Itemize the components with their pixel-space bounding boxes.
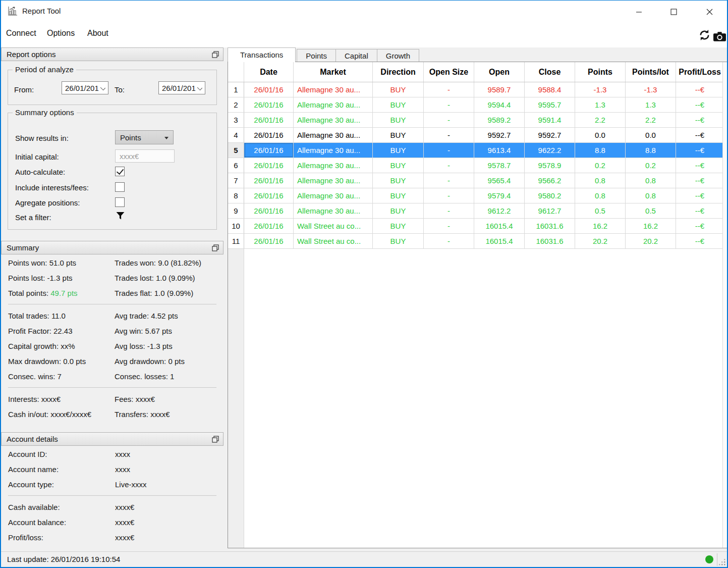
table-row[interactable]: 326/01/16Allemagne 30 au...BUY-9589.2959… bbox=[228, 113, 723, 128]
show-results-label: Show results in: bbox=[15, 134, 69, 142]
account-body: Account ID:xxxxAccount name:xxxxAccount … bbox=[1, 446, 223, 545]
cell-points: 20.2 bbox=[575, 234, 626, 248]
float-panel-icon[interactable] bbox=[211, 244, 219, 252]
summary-stat-left: Total points: 49.7 pts bbox=[8, 289, 115, 297]
float-panel-icon[interactable] bbox=[211, 435, 219, 443]
cell-open_size: - bbox=[424, 188, 474, 203]
cell-market: Allemagne 30 au... bbox=[294, 143, 373, 158]
include-interests-checkbox[interactable] bbox=[115, 182, 125, 192]
cell-open_size: - bbox=[424, 203, 474, 218]
summary-options-group: Summary options Show results in: Points … bbox=[8, 113, 217, 230]
tab-bar: TransactionsPointsCapitalGrowth bbox=[228, 47, 419, 62]
row-number[interactable]: 7 bbox=[228, 173, 244, 188]
cell-profit_loss: --€ bbox=[676, 97, 723, 112]
row-number[interactable]: 1 bbox=[228, 82, 244, 97]
summary-stat-left: Points won: 51.0 pts bbox=[8, 259, 115, 267]
account-row: Account name:xxxx bbox=[1, 461, 223, 477]
cell-open: 16015.4 bbox=[474, 219, 525, 233]
minimize-button[interactable] bbox=[631, 5, 647, 19]
table-row[interactable]: 826/01/16Allemagne 30 au...BUY-9579.4958… bbox=[228, 188, 723, 203]
cell-close: 9592.7 bbox=[525, 128, 575, 142]
section-header-summary: Summary bbox=[1, 241, 223, 254]
row-number[interactable]: 9 bbox=[228, 203, 244, 218]
table-row[interactable]: 126/01/16Allemagne 30 au...BUY-9589.7958… bbox=[228, 82, 723, 97]
auto-calculate-checkbox[interactable] bbox=[115, 167, 125, 176]
cell-open_size: - bbox=[424, 158, 474, 173]
summary-stat-left: Max drawdown: 0.0 pts bbox=[8, 357, 115, 366]
cell-close: 9595.7 bbox=[525, 97, 575, 112]
to-date-value: 26/01/201 bbox=[162, 84, 196, 92]
column-header-date: Date bbox=[244, 62, 294, 82]
close-button[interactable] bbox=[701, 5, 717, 19]
cell-open: 9612.2 bbox=[474, 203, 525, 218]
row-number[interactable]: 3 bbox=[228, 113, 244, 127]
tab-growth[interactable]: Growth bbox=[377, 49, 419, 62]
transactions-table: DateMarketDirectionOpen SizeOpenClosePoi… bbox=[228, 62, 728, 548]
group-legend: Summary options bbox=[13, 108, 77, 117]
cell-close: 9588.4 bbox=[525, 82, 575, 97]
to-date-combo[interactable]: 26/01/201 bbox=[158, 81, 205, 94]
row-number[interactable]: 2 bbox=[228, 97, 244, 112]
cell-open_size: - bbox=[424, 143, 474, 158]
to-label: To: bbox=[115, 85, 125, 94]
cell-close: 9622.2 bbox=[525, 143, 575, 158]
cell-direction: BUY bbox=[373, 143, 424, 158]
refresh-icon[interactable] bbox=[698, 28, 711, 42]
cell-points: -1.3 bbox=[575, 82, 626, 97]
filter-funnel-icon[interactable] bbox=[116, 211, 125, 221]
summary-row: Capital growth: xx%Avg loss: -1.3 pts bbox=[1, 338, 223, 353]
show-results-value: Points bbox=[120, 133, 141, 142]
float-panel-icon[interactable] bbox=[211, 50, 219, 59]
resize-grip-icon[interactable] bbox=[719, 559, 726, 566]
initial-capital-input[interactable] bbox=[115, 149, 175, 163]
cell-open_size: - bbox=[424, 113, 474, 127]
cell-points: 0.5 bbox=[575, 203, 626, 218]
cell-profit_loss: --€ bbox=[676, 203, 723, 218]
table-row[interactable]: 1126/01/16Wall Street au co...BUY-16015.… bbox=[228, 234, 723, 249]
status-divider bbox=[717, 553, 717, 566]
cell-open_size: - bbox=[424, 173, 474, 188]
summary-stat-left: Interests: xxxx€ bbox=[8, 395, 115, 403]
maximize-button[interactable] bbox=[665, 5, 682, 19]
table-row[interactable]: 526/01/16Allemagne 30 au...BUY-9613.4962… bbox=[228, 143, 723, 158]
row-number[interactable]: 11 bbox=[228, 234, 244, 248]
cell-points_lot: 0.2 bbox=[626, 158, 676, 173]
table-row[interactable]: 626/01/16Allemagne 30 au...BUY-9578.7957… bbox=[228, 158, 723, 173]
table-row[interactable]: 926/01/16Allemagne 30 au...BUY-9612.2961… bbox=[228, 203, 723, 219]
summary-stat-right: Avg win: 5.67 pts bbox=[115, 327, 216, 335]
row-number[interactable]: 10 bbox=[228, 219, 244, 233]
table-row[interactable]: 426/01/16Allemagne 30 au...BUY-9592.7959… bbox=[228, 128, 723, 143]
row-number[interactable]: 6 bbox=[228, 158, 244, 173]
cell-direction: BUY bbox=[373, 219, 424, 233]
column-header-close: Close bbox=[525, 62, 575, 82]
column-header-points: Points bbox=[575, 62, 626, 82]
row-number[interactable]: 4 bbox=[228, 128, 244, 142]
menu-options[interactable]: Options bbox=[47, 29, 75, 38]
cell-date: 26/01/16 bbox=[244, 234, 294, 248]
agregate-positions-checkbox[interactable] bbox=[115, 197, 125, 207]
account-value: Live-xxxx bbox=[115, 480, 216, 489]
menu-connect[interactable]: Connect bbox=[6, 29, 36, 38]
menu-about[interactable]: About bbox=[87, 29, 108, 38]
row-number[interactable]: 5 bbox=[228, 143, 244, 158]
tab-transactions[interactable]: Transactions bbox=[228, 47, 296, 62]
cell-points_lot: 8.8 bbox=[626, 143, 676, 158]
camera-icon[interactable] bbox=[713, 30, 726, 43]
cell-direction: BUY bbox=[373, 158, 424, 173]
cell-open: 9578.7 bbox=[474, 158, 525, 173]
account-row: Account type:Live-xxxx bbox=[1, 477, 223, 492]
tab-points[interactable]: Points bbox=[297, 49, 336, 62]
table-row[interactable]: 1026/01/16Wall Street au co...BUY-16015.… bbox=[228, 219, 723, 234]
cell-open: 16015.4 bbox=[474, 234, 525, 248]
row-number[interactable]: 8 bbox=[228, 188, 244, 203]
table-row[interactable]: 226/01/16Allemagne 30 au...BUY-9594.4959… bbox=[228, 97, 723, 113]
vertical-scrollbar[interactable] bbox=[722, 62, 727, 548]
summary-row: Total trades: 11.0Avg trade: 4.52 pts bbox=[1, 308, 223, 323]
account-row: Account ID:xxxx bbox=[1, 446, 223, 461]
table-corner-cell bbox=[228, 62, 244, 82]
tab-capital[interactable]: Capital bbox=[335, 49, 377, 62]
table-row[interactable]: 726/01/16Allemagne 30 au...BUY-9565.4956… bbox=[228, 173, 723, 188]
from-date-combo[interactable]: 26/01/201 bbox=[62, 81, 108, 94]
show-results-combo[interactable]: Points bbox=[115, 130, 174, 144]
summary-row: Total points: 49.7 ptsTrades flat: 1.0 (… bbox=[1, 285, 223, 300]
